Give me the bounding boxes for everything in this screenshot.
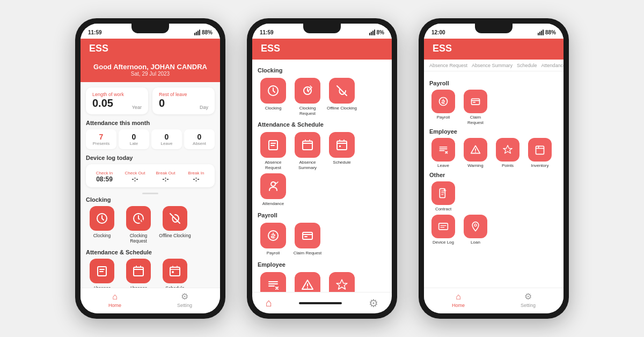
status-bar-1: 11:59 88% [80, 24, 220, 39]
clocking-request-icon-box[interactable] [126, 206, 151, 231]
screen-1[interactable]: Good Afternoon, JOHAN CANDRA Sat, 29 Jul… [80, 60, 220, 288]
icon-clocking[interactable]: Clocking [86, 206, 118, 244]
detail-inventory[interactable]: Inventory [526, 138, 554, 169]
menu-absence-req[interactable]: Absence Request [258, 132, 289, 170]
menu-warning-box[interactable] [295, 272, 320, 292]
bottom-nav-3: ⌂ Home ⚙ Setting [424, 288, 564, 313]
menu-payroll-box[interactable] [260, 223, 286, 248]
menu-clocking[interactable]: Clocking [258, 78, 289, 116]
clocking-label: Clocking [93, 233, 111, 238]
menu-attendance-box[interactable] [260, 173, 286, 199]
icon-offline-clocking[interactable]: Offline Clocking [159, 206, 191, 244]
gear-icon-2[interactable]: ⚙ [369, 297, 378, 310]
schedule-icon-box-1[interactable] [163, 259, 187, 283]
detail-payroll-box[interactable] [431, 90, 455, 113]
detail-loan-box[interactable] [464, 215, 487, 238]
detail-points[interactable]: Points [494, 138, 522, 169]
clocking-icon-box[interactable] [90, 206, 114, 231]
menu-clocking-row: Clocking Clocking Request [258, 78, 386, 116]
menu-warning[interactable]: Warning [292, 272, 323, 292]
menu-absence-sum[interactable]: Absence Summary [292, 132, 323, 170]
svg-point-12 [271, 182, 275, 186]
svg-point-19 [474, 224, 477, 226]
status-icons-2: 8% [369, 30, 384, 35]
detail-employee-title: Employee [429, 128, 558, 135]
detail-loan-label: Loan [471, 240, 480, 245]
detail-points-box[interactable] [496, 138, 519, 162]
log-breakout: Break Out -:- [151, 171, 180, 183]
detail-contract-row: Contract [429, 181, 558, 212]
detail-leave[interactable]: Leave [429, 138, 457, 169]
menu-offline-clocking-box[interactable] [329, 78, 355, 104]
menu-schedule-box[interactable] [329, 132, 355, 158]
menu-leave[interactable]: Leave [258, 272, 289, 292]
time-1: 11:59 [88, 30, 102, 35]
icon-clocking-request[interactable]: Clocking Request [122, 206, 155, 244]
menu-body[interactable]: Clocking Clocking Clocking R [252, 60, 392, 292]
menu-claim-label: Claim Request [294, 251, 321, 256]
att-leave-num: 0 [153, 133, 180, 141]
tab-absence-request[interactable]: Absence Request [429, 63, 467, 71]
absence-req-icon-box-1[interactable] [90, 259, 114, 283]
menu-clocking-request[interactable]: Clocking Request [292, 78, 323, 116]
menu-clocking-label: Clocking [265, 106, 282, 111]
menu-claim-box[interactable] [295, 223, 320, 248]
detail-contract[interactable]: Contract [429, 181, 457, 212]
tab-schedule[interactable]: Schedule [517, 63, 537, 71]
menu-attendance-label: Attendance [262, 201, 284, 207]
menu-points-box[interactable] [329, 272, 355, 292]
menu-claim[interactable]: Claim Request [292, 223, 323, 256]
menu-offline-clocking[interactable]: Offline Clocking [326, 78, 357, 116]
menu-payroll[interactable]: Payroll [258, 223, 289, 256]
menu-points[interactable]: Points [326, 272, 357, 292]
status-bar-2: 11:59 8% [252, 24, 392, 39]
detail-claim[interactable]: Claim Request [462, 90, 489, 125]
app-title-2: ESS [261, 43, 383, 54]
home-body[interactable]: Length of work 0.05Year Rest of leave 0D… [80, 82, 220, 288]
menu-leave-box[interactable] [260, 272, 286, 292]
home-icon-3: ⌂ [456, 292, 461, 302]
nav-home-1[interactable]: ⌂ Home [108, 292, 121, 308]
detail-device-log-box[interactable] [431, 215, 455, 238]
nav-home-3[interactable]: ⌂ Home [452, 292, 465, 308]
att-leave: 0 Leave [151, 129, 182, 149]
menu-schedule[interactable]: Schedule [326, 132, 357, 170]
scroll-indicator [142, 193, 158, 194]
log-breakin: Break In -:- [182, 171, 210, 183]
detail-warning[interactable]: Warning [462, 138, 489, 169]
home-icon-2[interactable]: ⌂ [266, 297, 272, 309]
clocking-icons-1: Clocking Clocking Request [86, 206, 215, 244]
detail-device-log[interactable]: Device Log [429, 215, 457, 245]
menu-clocking-request-box[interactable] [295, 78, 320, 104]
menu-clocking-box[interactable] [260, 78, 286, 104]
screen-3[interactable]: Payroll Payroll Claim Reques [424, 71, 564, 288]
detail-body[interactable]: Payroll Payroll Claim Reques [424, 71, 564, 266]
tab-absence-summary[interactable]: Absence Summary [472, 63, 513, 71]
menu-absence-req-box[interactable] [260, 132, 286, 158]
detail-inventory-label: Inventory [531, 163, 549, 169]
nav-setting-1[interactable]: ⚙ Setting [177, 291, 192, 308]
nav-setting-3[interactable]: ⚙ Setting [521, 291, 536, 308]
detail-leave-box[interactable] [431, 138, 455, 162]
device-log-card: Check In 08:59 Check Out -:- Break Out -… [86, 164, 215, 187]
stat-work-label: Length of work [92, 92, 142, 97]
app-title-3: ESS [433, 43, 555, 54]
detail-payroll[interactable]: Payroll [429, 90, 457, 125]
detail-contract-label: Contract [435, 207, 451, 212]
detail-inventory-box[interactable] [528, 138, 552, 162]
menu-attendance[interactable]: Attendance [258, 173, 289, 207]
absence-sum-icon-box-1[interactable] [126, 259, 151, 283]
att-leave-lbl: Leave [153, 141, 180, 146]
screen-2[interactable]: Clocking Clocking Clocking R [252, 60, 392, 292]
detail-contract-box[interactable] [431, 181, 455, 205]
icon-absence-req-1[interactable]: Absence Request [86, 259, 118, 288]
menu-absence-sum-box[interactable] [295, 132, 320, 158]
detail-claim-box[interactable] [464, 90, 487, 113]
icon-absence-sum-1[interactable]: Absence Summary [122, 259, 155, 288]
offline-clocking-icon-box[interactable] [163, 206, 187, 231]
detail-loan[interactable]: Loan [462, 215, 489, 245]
tab-attendance[interactable]: Attendance [541, 63, 564, 71]
icon-schedule-1[interactable]: Schedule [159, 259, 191, 288]
detail-warning-box[interactable] [464, 138, 487, 162]
device-log-title: Device log today [86, 155, 215, 161]
